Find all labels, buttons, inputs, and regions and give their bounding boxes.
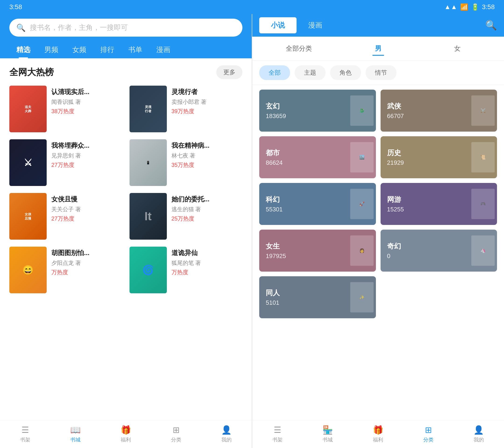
genre-cover-wuxia: ⚔️ [469, 90, 497, 132]
tag-btn-all[interactable]: 全部 [259, 65, 290, 80]
cat-option-male[interactable]: 男 [339, 41, 418, 56]
genre-card-kehuan[interactable]: 科幻 55301 🚀 [259, 183, 376, 225]
cat-option-female[interactable]: 女 [418, 41, 497, 56]
nav-item-welfare[interactable]: 🎁 福利 [121, 425, 131, 443]
nav-tab-manhua[interactable]: 漫画 [149, 41, 177, 58]
book-cover-6: It [129, 193, 167, 240]
section-title: 全网大热榜 [9, 66, 54, 78]
genre-card-qihuan[interactable]: 奇幻 0 🦄 [380, 230, 497, 272]
nav-label-bookshelf: 书架 [20, 436, 30, 443]
book-author-5: 关关公子 著 [51, 206, 123, 213]
right-nav-item-mine[interactable]: 👤 我的 [473, 425, 484, 443]
genre-text-wangyou: 网游 15255 [387, 195, 404, 213]
book-info-7: 胡图图别怕... 夕阳点龙 著 万热度 [51, 247, 123, 276]
genre-book-img-lishi: 📜 [471, 142, 495, 172]
book-title-5: 女侠且慢 [51, 195, 123, 204]
tab-novel[interactable]: 小说 [259, 17, 297, 33]
right-nav-item-bookshelf[interactable]: ☰ 书架 [272, 425, 283, 443]
list-item[interactable]: ⚔ 我将埋葬众... 见异思剑 著 27万热度 [9, 139, 123, 186]
right-nav-label-bookstore: 书城 [323, 436, 333, 443]
right-header-tabs: 小说 漫画 [259, 17, 334, 33]
nav-item-mine[interactable]: 👤 我的 [221, 425, 232, 443]
nav-label-bookstore: 书城 [70, 436, 80, 443]
genre-card-nvsheng[interactable]: 女生 197925 👩 [259, 230, 376, 272]
nav-tab-nanpin[interactable]: 男频 [37, 41, 65, 58]
book-cover-5: 女侠且慢 [9, 193, 47, 240]
book-info-6: 她们的委托... 逃生的猫 著 25万热度 [172, 193, 243, 222]
genre-card-lishi[interactable]: 历史 21929 📜 [380, 136, 497, 178]
battery-icon: 🔋 [471, 3, 479, 11]
tag-btn-plot[interactable]: 情节 [366, 65, 396, 80]
tab-comic[interactable]: 漫画 [297, 17, 334, 33]
right-bottom-nav: ☰ 书架 🏪 书城 🎁 福利 ⊞ 分类 👤 我的 [252, 420, 504, 448]
list-item[interactable]: 追夫火葬 认清现实后... 闻香识狐 著 38万热度 [9, 86, 123, 132]
book-info-2: 灵境行者 卖报小郎君 著 39万热度 [172, 86, 243, 115]
book-author-2: 卖报小郎君 著 [172, 98, 243, 106]
genre-count-nvsheng: 197925 [266, 252, 286, 260]
genre-card-wuxia[interactable]: 武侠 66707 ⚔️ [380, 90, 497, 132]
genre-name-nvsheng: 女生 [266, 241, 286, 251]
genre-text-lishi: 历史 21929 [387, 148, 404, 166]
nav-item-bookshelf[interactable]: ☰ 书架 [20, 425, 30, 443]
section-header: 全网大热榜 更多 [9, 65, 242, 79]
nav-tab-nvpin[interactable]: 女频 [65, 41, 93, 58]
book-cover-7: 😄 [9, 247, 47, 293]
genre-cover-kehuan: 🚀 [348, 183, 376, 225]
nav-item-bookstore[interactable]: 📖 书城 [70, 425, 81, 443]
nav-tab-shundan[interactable]: 书单 [121, 41, 149, 58]
list-item[interactable]: 🌀 道诡异仙 狐尾的笔 著 万热度 [129, 247, 243, 293]
genre-grid: 玄幻 183659 🐉 武侠 66707 ⚔️ [252, 85, 504, 420]
nav-label-welfare: 福利 [121, 436, 131, 443]
book-heat-3: 27万热度 [51, 161, 123, 169]
genre-cover-qihuan: 🦄 [469, 230, 497, 272]
genre-card-tongren[interactable]: 同人 5101 ✨ [259, 276, 376, 318]
book-author-8: 狐尾的笔 著 [172, 259, 243, 267]
category-selector: 全部分类 男 女 [252, 37, 504, 61]
signal-icon: 📶 [460, 3, 468, 11]
tag-filters: 全部 主题 角色 情节 [252, 61, 504, 85]
tag-btn-character[interactable]: 角色 [330, 65, 361, 80]
list-item[interactable]: 📱 我在精神病... 林七夜 著 35万热度 [129, 139, 243, 186]
book-cover-4: 📱 [129, 139, 167, 186]
genre-card-dushi[interactable]: 都市 86624 🏙️ [259, 136, 376, 178]
genre-count-kehuan: 55301 [266, 206, 283, 213]
book-author-6: 逃生的猫 著 [172, 206, 243, 213]
more-button[interactable]: 更多 [216, 65, 242, 79]
list-item[interactable]: It 她们的委托... 逃生的猫 著 25万热度 [129, 193, 243, 240]
list-item[interactable]: 女侠且慢 女侠且慢 关关公子 著 27万热度 [9, 193, 123, 240]
right-panel: 小说 漫画 🔍 全部分类 男 女 全部 主题 角色 情节 玄幻 183659 [252, 14, 504, 448]
right-nav-item-category[interactable]: ⊞ 分类 [423, 425, 433, 443]
genre-book-img-xuanhuan: 🐉 [350, 95, 374, 126]
nav-item-category[interactable]: ⊞ 分类 [171, 425, 181, 443]
book-info-8: 道诡异仙 狐尾的笔 著 万热度 [172, 247, 243, 276]
genre-count-wuxia: 66707 [387, 112, 404, 120]
nav-tab-paihang[interactable]: 排行 [93, 41, 121, 58]
right-nav-item-welfare[interactable]: 🎁 福利 [373, 425, 383, 443]
genre-count-xuanhuan: 183659 [266, 112, 286, 120]
genre-name-qihuan: 奇幻 [387, 241, 401, 251]
welfare-icon: 🎁 [121, 425, 131, 435]
status-bar: 3:58 ▲▲ 📶 🔋 3:58 [0, 0, 504, 14]
category-icon: ⊞ [173, 425, 180, 435]
genre-card-xuanhuan[interactable]: 玄幻 183659 🐉 [259, 90, 376, 132]
wifi-icon: ▲▲ [444, 3, 457, 11]
book-info-3: 我将埋葬众... 见异思剑 著 27万热度 [51, 139, 123, 169]
cat-option-all[interactable]: 全部分类 [259, 41, 339, 56]
genre-card-wangyou[interactable]: 网游 15255 🎮 [380, 183, 497, 225]
genre-name-xuanhuan: 玄幻 [266, 102, 286, 111]
book-cover-label-5: 女侠且慢 [24, 211, 32, 221]
search-bar[interactable]: 🔍 搜书名，作者，主角，一搜即可 [9, 19, 242, 37]
left-content: 全网大热榜 更多 追夫火葬 认清现实后... 闻香识狐 著 38万热度 [0, 58, 252, 420]
genre-count-dushi: 86624 [266, 159, 283, 166]
genre-count-qihuan: 0 [387, 252, 401, 260]
nav-tab-jingxuan[interactable]: 精选 [9, 41, 37, 58]
list-item[interactable]: 灵境行者 灵境行者 卖报小郎君 著 39万热度 [129, 86, 243, 132]
genre-name-kehuan: 科幻 [266, 195, 283, 204]
nav-label-category: 分类 [171, 436, 181, 443]
right-search-icon[interactable]: 🔍 [485, 20, 497, 31]
book-cover-label-7: 😄 [21, 263, 35, 277]
right-nav-item-bookstore[interactable]: 🏪 书城 [323, 425, 333, 443]
tag-btn-theme[interactable]: 主题 [295, 65, 325, 80]
list-item[interactable]: 😄 胡图图别怕... 夕阳点龙 著 万热度 [9, 247, 123, 293]
book-cover-label-4: 📱 [145, 160, 151, 166]
